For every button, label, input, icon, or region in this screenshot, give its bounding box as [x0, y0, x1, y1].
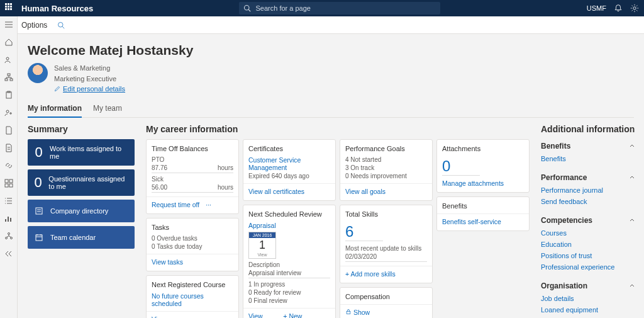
- side-link-send-feedback[interactable]: Send feedback: [541, 196, 635, 207]
- svg-point-17: [58, 22, 64, 27]
- rail-chart-icon[interactable]: [4, 214, 13, 223]
- global-search: [239, 2, 440, 14]
- edit-personal-details-link[interactable]: Edit personal details: [54, 84, 125, 94]
- benefits-self-service-link[interactable]: Benefits self-service: [442, 218, 501, 225]
- directory-icon: [34, 206, 44, 216]
- card-next-review: Next Scheduled Review Appraisal JAN 2016…: [243, 205, 336, 318]
- course-msg: No future courses scheduled: [152, 292, 233, 307]
- svg-point-9: [6, 110, 9, 113]
- svg-line-1: [249, 9, 251, 11]
- svg-rect-13: [9, 184, 13, 187]
- svg-rect-20: [36, 235, 42, 241]
- gear-icon[interactable]: [630, 4, 639, 13]
- manage-attachments-link[interactable]: Manage attachments: [442, 179, 504, 187]
- view-reviews-link[interactable]: View reviews: [248, 312, 277, 318]
- side-link-courses[interactable]: Courses: [541, 227, 635, 239]
- role: Marketing Executive: [54, 74, 125, 84]
- card-compensation: Compensation Show: [340, 287, 433, 318]
- view-open-courses-link[interactable]: View open courses: [152, 315, 208, 318]
- tile-company-directory[interactable]: Company directory: [28, 200, 135, 222]
- svg-point-3: [6, 57, 9, 60]
- tile-questionnaires[interactable]: 0 Questionnaires assigned to me: [28, 169, 135, 196]
- svg-rect-10: [5, 179, 8, 183]
- company-code[interactable]: USMF: [587, 4, 606, 12]
- svg-point-14: [8, 233, 9, 235]
- request-time-off-link[interactable]: Request time off: [152, 201, 199, 208]
- card-next-course: Next Registered Course No future courses…: [146, 275, 239, 318]
- rail-clipboard-icon[interactable]: [4, 91, 13, 99]
- side-link-job-details[interactable]: Job details: [541, 293, 635, 304]
- rail-doc-icon[interactable]: [4, 126, 13, 135]
- new-review-button[interactable]: + New review ⌄: [283, 312, 318, 318]
- additional-info-title: Additional information: [541, 124, 635, 134]
- rail-person-plus-icon[interactable]: [4, 108, 13, 117]
- side-link-loaned-equipment[interactable]: Loaned equipment: [541, 304, 635, 315]
- svg-rect-11: [9, 179, 13, 183]
- action-bar: Options: [0, 16, 644, 34]
- cert-name[interactable]: Customer Service Management: [248, 156, 330, 171]
- lock-icon: [345, 309, 352, 315]
- svg-rect-19: [36, 208, 42, 214]
- search-icon: [243, 4, 251, 12]
- rail-doc2-icon[interactable]: [4, 144, 13, 152]
- search-input[interactable]: [239, 2, 440, 14]
- bell-icon[interactable]: [614, 4, 623, 13]
- rail-tree-icon[interactable]: [4, 232, 13, 241]
- page-title: Welcome Matej Hostansky: [28, 43, 634, 58]
- side-section-organisation[interactable]: Organisation: [541, 279, 635, 293]
- rail-org-icon[interactable]: [4, 73, 13, 82]
- tile-team-calendar[interactable]: Team calendar: [28, 226, 135, 249]
- options-button[interactable]: Options: [21, 21, 47, 30]
- time-off-more[interactable]: ···: [206, 201, 211, 208]
- card-time-off: Time Off Balances PTO 87.76hours Sick 56…: [146, 139, 239, 214]
- side-link-education[interactable]: Education: [541, 239, 635, 250]
- side-section-competencies[interactable]: Competencies: [541, 213, 635, 227]
- side-section-benefits[interactable]: Benefits: [541, 139, 635, 153]
- side-link-positions-of-trust[interactable]: Positions of trust: [541, 250, 635, 261]
- svg-point-2: [633, 7, 636, 9]
- rail-people-icon[interactable]: [4, 55, 13, 64]
- rail-list-icon[interactable]: [4, 196, 13, 205]
- career-title: My career information: [146, 124, 530, 134]
- side-link-professional-experience[interactable]: Professional experience: [541, 261, 635, 273]
- card-skills: Total Skills 6 Most recent update to ski…: [340, 205, 433, 283]
- top-bar: Human Resources USMF: [0, 0, 644, 16]
- actionbar-search-icon[interactable]: [57, 21, 65, 29]
- svg-rect-6: [10, 79, 13, 81]
- rail-grid-icon[interactable]: [4, 179, 13, 188]
- comp-show-link[interactable]: Show: [345, 309, 370, 316]
- svg-point-16: [10, 237, 12, 239]
- pencil-icon: [54, 86, 60, 92]
- rail-link-icon[interactable]: [4, 161, 13, 170]
- svg-point-15: [5, 237, 7, 239]
- svg-line-18: [63, 26, 65, 28]
- card-benefits: Benefits Benefits self-service: [436, 196, 530, 231]
- tile-work-items[interactable]: 0 Work items assigned to me: [28, 139, 135, 166]
- card-attachments: Attachments 0 Manage attachments: [436, 139, 530, 193]
- card-goals: Performance Goals 4 Not started 3 On tra…: [340, 139, 433, 201]
- rail-home-icon[interactable]: [4, 38, 13, 47]
- review-type[interactable]: Appraisal: [248, 222, 330, 229]
- profile-tabs: My information My team: [28, 101, 634, 118]
- tab-my-information[interactable]: My information: [28, 101, 82, 118]
- card-tasks: Tasks 0 Overdue tasks 0 Tasks due today …: [146, 218, 239, 271]
- rail-expand-icon[interactable]: [4, 249, 13, 258]
- tab-my-team[interactable]: My team: [93, 101, 122, 117]
- review-calendar: JAN 2016 1 View: [248, 232, 276, 259]
- side-link-performance-journal[interactable]: Performance journal: [541, 185, 635, 196]
- svg-rect-4: [8, 74, 10, 76]
- summary-title: Summary: [28, 124, 135, 134]
- side-link-benefits[interactable]: Benefits: [541, 153, 635, 164]
- add-more-skills-link[interactable]: + Add more skills: [345, 270, 396, 278]
- view-all-goals-link[interactable]: View all goals: [345, 188, 386, 195]
- view-all-certificates-link[interactable]: View all certificates: [248, 188, 304, 195]
- left-rail: [0, 16, 18, 318]
- main-content: Welcome Matej Hostansky Sales & Marketin…: [18, 34, 644, 318]
- view-tasks-link[interactable]: View tasks: [152, 258, 183, 266]
- side-section-performance[interactable]: Performance: [541, 171, 635, 185]
- svg-point-0: [245, 6, 250, 11]
- svg-rect-5: [5, 79, 8, 81]
- svg-rect-12: [5, 184, 8, 187]
- rail-hamburger-icon[interactable]: [4, 20, 13, 29]
- waffle-icon[interactable]: [5, 3, 15, 13]
